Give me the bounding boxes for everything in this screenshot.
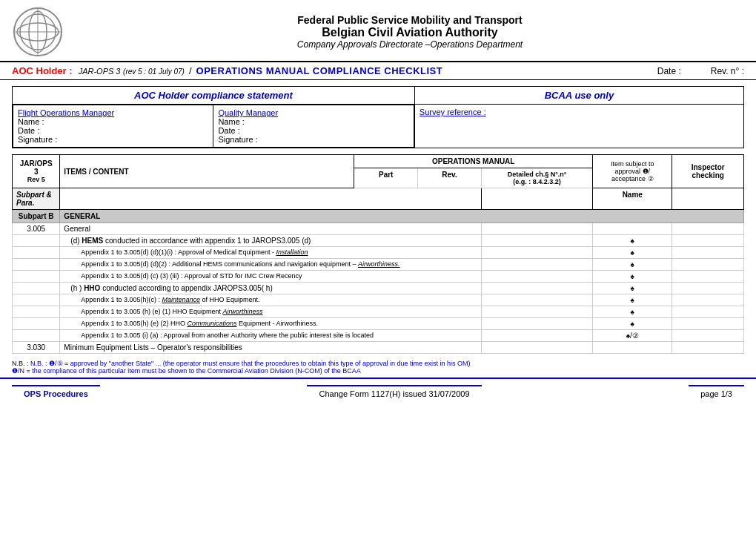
subpart-para-empty2 [672,188,744,210]
row-app7-empty [481,330,592,342]
change-form-label: Change Form 1127(H) issued 31/07/2009 [307,385,481,401]
rev-header: Rev. [418,168,482,188]
logo [12,6,64,58]
row-app2-empty [481,259,592,271]
row-3005-empty [481,223,592,235]
row-hho-content: (h ) HHO conducted according to appendix… [60,283,482,294]
compliance-header-left: AOC Holder compliance statement [13,87,415,105]
row-3030-empty [481,342,592,354]
table-row: (h ) HHO conducted according to appendix… [13,283,744,294]
row-app5-spade: ♠ [593,306,672,318]
subpart-b-col2: GENERAL [60,210,744,223]
col1-cell: Flight Operations Manager Name : Date : … [13,105,213,148]
items-header: ITEMS / CONTENT [60,155,354,188]
aoc-row: AOC Holder : JAR-OPS 3 (rev 5 : 01 July … [0,62,756,80]
col1-sig-label: Signature : [18,135,208,144]
row-app2-insp [672,259,744,271]
col2-date-label: Date : [218,126,408,135]
header-title1: Federal Public Service Mobility and Tran… [76,14,744,26]
row-3030-insp [672,342,744,354]
col1-date-label: Date : [18,126,208,135]
page-header: Federal Public Service Mobility and Tran… [0,0,756,62]
row-hho-spade: ♠ [593,283,672,294]
row-app6-spade: ♠ [593,318,672,330]
footer-notes: N.B. : N.B. : ❶/⑤ = approved by "another… [12,360,744,375]
row-hho-insp [672,283,744,294]
ops-manual-header: OPERATIONS MANUAL [354,155,593,168]
jar-ops-label: JAR-OPS 3 (rev 5 : 01 July 07) [79,65,185,76]
col2-cell: Quality Manager Name : Date : Signature … [213,105,414,148]
row-app1-spade: ♠ [593,247,672,259]
survey-reference[interactable]: Survey reference : [420,108,739,116]
row-app4-insp [672,294,744,306]
table-row: 3.005 General [13,223,744,235]
row-3030-content: Minimum Equipment Lists – Operator's res… [60,342,482,354]
compliance-left-cell: Flight Operations Manager Name : Date : … [13,105,415,148]
note-n-text: ❶/N = the compliance of this particular … [12,367,361,375]
row-3005-content: General [60,223,482,235]
row-app2-id [13,259,60,271]
row-3030-id: 3.030 [13,342,60,354]
jar-ops-text: JAR-OPS 3 [79,67,121,76]
row-hems-content: (d) HEMS conducted in accordance with ap… [60,235,482,247]
row-app6-empty [481,318,592,330]
table-row: Appendix 1 to 3.005 (h) (e) (1) HHO Equi… [13,306,744,318]
row-app7-insp [672,330,744,342]
subpart-para-label: Subpart &Para. [13,188,60,210]
row-app3-id [13,271,60,283]
table-row: (d) HEMS conducted in accordance with ap… [13,235,744,247]
row-app5-insp [672,306,744,318]
jar-ops-rev: (rev 5 : 01 July 07) [123,67,185,76]
row-app1-insp [672,247,744,259]
row-hho-id [13,283,60,294]
row-hems-empty [481,235,592,247]
rev-label: Rev. n° : [711,66,744,76]
subpart-para-spacer [60,188,482,210]
row-hems-id [13,235,60,247]
table-row: Appendix 1 to 3.005(d) (c) (3) (iii) : A… [13,271,744,283]
row-app3-content: Appendix 1 to 3.005(d) (c) (3) (iii) : A… [60,271,482,283]
row-3030-subj [593,342,672,354]
quality-manager-link[interactable]: Quality Manager [218,108,408,117]
col2-name-label: Name : [218,117,408,126]
row-app6-id [13,318,60,330]
main-table-body: Subpart B GENERAL 3.005 General (d) HEMS… [13,210,744,354]
row-3005-insp [672,223,744,235]
note-n: ❶/N = the compliance of this particular … [12,367,744,375]
row-app4-spade: ♠ [593,294,672,306]
subpart-b-col1: Subpart B [13,210,60,223]
aoc-holder-label: AOC Holder : [12,65,73,76]
flight-ops-manager-link[interactable]: Flight Operations Manager [18,108,208,117]
note-nb-text: N.B. : ❶/⑤ = approved by "another State"… [30,360,470,367]
col1-name-label: Name : [18,117,208,126]
row-app4-content: Appendix 1 to 3.005(h)(c) : Maintenance … [60,294,482,306]
separator: / [189,65,192,76]
row-app1-id [13,247,60,259]
row-app7-spade: ♠/② [593,330,672,342]
table-row: Appendix 1 to 3.005(d) (d)(1)(i) : Appro… [13,247,744,259]
table-row: Appendix 1 to 3.005(h) (e) (2) HHO Commu… [13,318,744,330]
main-table: JAR/OPS 3 Rev 5 ITEMS / CONTENT OPERATIO… [12,154,744,354]
name-header: Name [593,188,672,210]
table-row: Appendix 1 to 3.005 (i) (a) : Approval f… [13,330,744,342]
row-3005-id: 3.005 [13,223,60,235]
header-text-block: Federal Public Service Mobility and Tran… [76,14,744,50]
row-app3-insp [672,271,744,283]
row-app1-empty [481,247,592,259]
row-app6-content: Appendix 1 to 3.005(h) (e) (2) HHO Commu… [60,318,482,330]
ops-title: OPERATIONS MANUAL COMPLIANCE CHECKLIST [196,65,443,76]
part-header: Part [354,168,418,188]
row-app7-id [13,330,60,342]
main-section: JAR/OPS 3 Rev 5 ITEMS / CONTENT OPERATIO… [12,154,744,354]
footer-bar: OPS Procedures Change Form 1127(H) issue… [0,378,756,404]
table-row: 3.030 Minimum Equipment Lists – Operator… [13,342,744,354]
row-app7-content: Appendix 1 to 3.005 (i) (a) : Approval f… [60,330,482,342]
bcaa-cell: Survey reference : [414,105,743,148]
subpart-para-empty1 [481,188,592,210]
row-hho-empty [481,283,592,294]
main-header-row1: JAR/OPS 3 Rev 5 ITEMS / CONTENT OPERATIO… [13,155,744,168]
jarops-header: JAR/OPS 3 Rev 5 [13,155,60,188]
logo-svg [12,6,64,58]
table-row: Subpart B GENERAL [13,210,744,223]
col2-sig-label: Signature : [218,135,408,144]
